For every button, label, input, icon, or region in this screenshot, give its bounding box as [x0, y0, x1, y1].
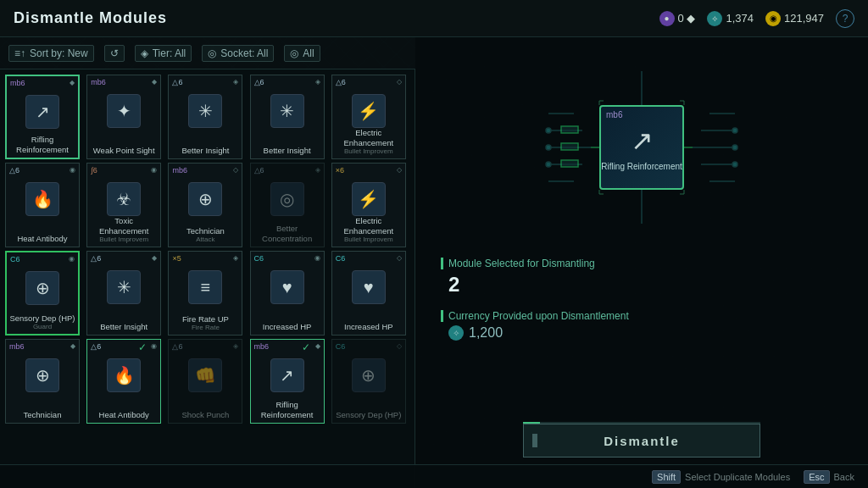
module-cell-5[interactable]: △6 ◇ ⚡ Electric Enhancement Bullet Impro…	[331, 75, 406, 159]
module-icon-area-10: ⚡	[350, 180, 387, 218]
module-icon-area-1: ↗	[24, 93, 61, 130]
module-icon-area-17: 🔥	[105, 357, 142, 394]
module-cell-3[interactable]: △6 ◈ ✳ Better Insight	[168, 75, 242, 159]
module-icon-9: ◎	[270, 182, 304, 216]
module-sub-10: Bullet Improvem	[344, 236, 393, 243]
module-cell-15[interactable]: C6 ◇ ♥ Increased HP	[331, 251, 406, 336]
tier-badge-7: ∫6	[91, 166, 97, 175]
svg-point-17	[732, 162, 737, 167]
module-icon-19: ↗	[270, 358, 304, 392]
module-icon-14: ♥	[270, 270, 304, 304]
tier-badge-11: C6	[10, 255, 20, 263]
socket-badge-11: ◉	[69, 255, 75, 263]
module-name-8: Technician	[186, 226, 225, 236]
currency-val-icon: ⟡	[448, 325, 464, 341]
module-name-7: Toxic Enhancement	[90, 216, 158, 236]
module-cell-19[interactable]: mb6 ◆ ✓ ↗ Rifling Reinforcement	[250, 339, 325, 424]
tier-icon: ◈	[141, 47, 148, 59]
module-icon-10: ⚡	[352, 182, 386, 216]
socket-badge-13: ◈	[233, 254, 238, 262]
module-cell-18[interactable]: △6 ◈ 👊 Shock Punch	[168, 339, 242, 424]
module-cell-16[interactable]: mb6 ◆ ⊕ Technician	[5, 339, 80, 424]
module-cell-9[interactable]: △6 ◈ ◎ Better Concentration	[250, 163, 325, 247]
help-button[interactable]: ?	[836, 9, 854, 28]
module-name-11: Sensory Dep (HP)	[9, 313, 75, 323]
socket-badge-1: ◆	[70, 79, 75, 86]
module-name-18: Shock Punch	[181, 410, 229, 419]
tier-badge-1: mb6	[10, 79, 25, 87]
module-sub-7: Bullet Improvem	[99, 236, 148, 243]
module-cell-13[interactable]: ×5 ◈ ≡ Fire Rate UP Fire Rate	[168, 251, 242, 336]
tier-badge-10: ×6	[336, 166, 344, 175]
socket-badge-15: ◇	[397, 254, 402, 262]
module-icon-16: ⊕	[25, 358, 59, 392]
module-icon-area-16: ⊕	[24, 357, 61, 394]
currency-1: ● 0 ◆	[659, 11, 696, 26]
tier-badge-19: mb6	[254, 342, 270, 351]
module-cell-17[interactable]: △6 ◉ ✓ 🔥 Heat Antibody	[86, 339, 161, 424]
module-sub-8: Attack	[196, 236, 214, 243]
module-icon-8: ⊕	[188, 182, 222, 216]
currency-2-icon: ⟡	[707, 11, 722, 26]
all-filter[interactable]: ◎ All	[284, 45, 320, 62]
hint-shift: Shift Select Duplicate Modules	[652, 470, 790, 484]
svg-point-14	[546, 162, 551, 167]
module-icon-2: ✦	[107, 94, 141, 128]
socket-badge-19: ◆	[315, 342, 320, 350]
socket-badge-20: ◇	[397, 342, 402, 350]
refresh-button[interactable]: ↺	[104, 45, 125, 62]
svg-point-15	[732, 145, 737, 150]
currency-2: ⟡ 1,374	[707, 11, 754, 26]
module-cell-10[interactable]: ×6 ◇ ⚡ Electric Enhancement Bullet Impro…	[331, 163, 406, 247]
socket-badge-5: ◇	[397, 78, 402, 86]
socket-badge-2: ◆	[152, 78, 157, 86]
socket-badge-17: ◉	[151, 342, 157, 350]
hint-shift-text: Select Duplicate Modules	[685, 472, 790, 482]
module-icon-area-20: ⊕	[350, 357, 387, 394]
tier-filter[interactable]: ◈ Tier: All	[135, 45, 192, 62]
info-section: Module Selected for Dismantling 2 Curren…	[432, 258, 851, 341]
tier-badge-5: △6	[336, 78, 346, 86]
module-cell-12[interactable]: △6 ◆ ✳ Better Insight	[86, 251, 161, 336]
module-icon-11: ⊕	[25, 271, 59, 305]
tier-badge-13: ×5	[172, 254, 181, 263]
currency-3-icon: ◉	[765, 11, 781, 26]
socket-badge-8: ◇	[233, 166, 238, 174]
module-cell-4[interactable]: △6 ◈ ✳ Better Insight	[250, 75, 325, 159]
module-cell-20[interactable]: C6 ◇ ⊕ Sensory Dep (HP)	[331, 339, 406, 424]
socket-icon: ◎	[208, 47, 216, 59]
sort-filter[interactable]: ≡↑ Sort by: New	[8, 45, 94, 62]
module-icon-5: ⚡	[352, 94, 386, 128]
hint-esc-text: Back	[834, 472, 854, 482]
module-cell-1[interactable]: mb6 ◆ ↗ Rifling Reinforcement	[5, 75, 80, 159]
right-panel: mb6 ↗ Rifling Reinforcement Module Selec…	[415, 37, 868, 488]
svg-rect-20	[561, 143, 578, 150]
module-icon-area-3: ✳	[186, 92, 224, 130]
module-cell-14[interactable]: C6 ◉ ♥ Increased HP	[250, 251, 325, 336]
tier-badge-12: △6	[91, 254, 101, 263]
module-cell-11[interactable]: C6 ◉ ⊕ Sensory Dep (HP) Guard	[5, 251, 80, 336]
tier-badge-16: mb6	[9, 342, 25, 351]
module-name-1: Rifling Reinforcement	[8, 135, 76, 154]
module-icon-area-4: ✳	[269, 92, 306, 130]
module-sub-13: Fire Rate	[192, 324, 220, 331]
module-icon-6: 🔥	[25, 182, 59, 216]
module-cell-7[interactable]: ∫6 ◉ ☣ Toxic Enhancement Bullet Improvem	[86, 163, 161, 247]
module-cell-2[interactable]: mb6 ◆ ✦ Weak Point Sight	[86, 75, 161, 159]
module-cell-8[interactable]: mb6 ◇ ⊕ Technician Attack	[168, 163, 242, 247]
socket-filter[interactable]: ◎ Socket: All	[202, 45, 274, 62]
top-right-currency: ● 0 ◆ ⟡ 1,374 ◉ 121,947 ?	[659, 9, 854, 28]
module-icon-area-19: ↗	[269, 357, 306, 394]
all-icon: ◎	[290, 47, 298, 59]
dismantle-button[interactable]: Dismantle	[523, 424, 760, 458]
tier-badge-18: △6	[172, 342, 182, 351]
module-cell-6[interactable]: △6 ◉ 🔥 Heat Antibody	[5, 163, 80, 247]
module-sub-5: Bullet Improvem	[344, 147, 393, 155]
module-name-19: Rifling Reinforcement	[253, 400, 321, 419]
module-icon-area-14: ♥	[269, 269, 306, 306]
module-icon-13: ≡	[188, 270, 222, 304]
module-grid: mb6 ◆ ↗ Rifling Reinforcement mb6 ◆ ✦ We…	[0, 69, 415, 429]
module-icon-15: ♥	[352, 270, 386, 304]
hint-esc: Esc Back	[804, 470, 854, 484]
module-name-12: Better Insight	[100, 322, 147, 331]
